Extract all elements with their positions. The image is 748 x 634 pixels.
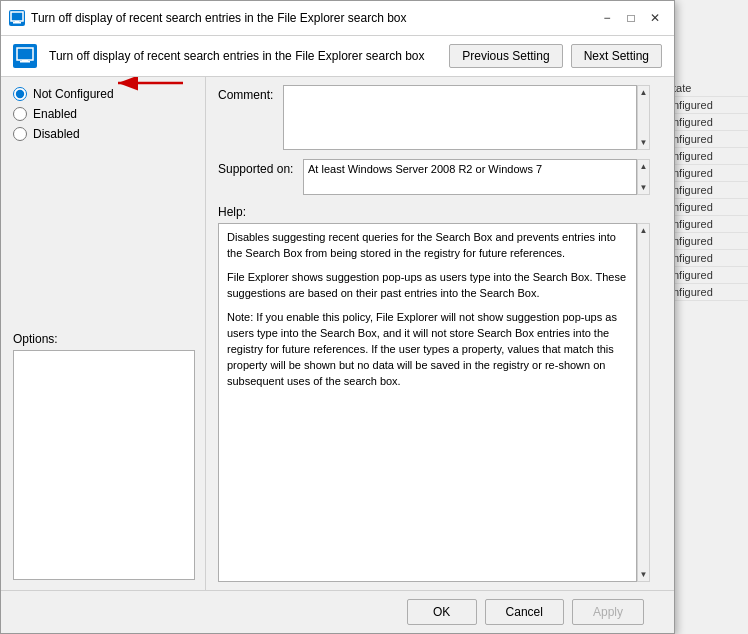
supported-value: At least Windows Server 2008 R2 or Windo… <box>303 159 637 195</box>
help-para-3: Note: If you enable this policy, File Ex… <box>227 310 628 390</box>
bg-item-1: tate <box>669 80 748 97</box>
title-bar-icon <box>9 10 25 26</box>
supported-field-wrap: At least Windows Server 2008 R2 or Windo… <box>303 159 650 195</box>
comment-scroll-down[interactable]: ▼ <box>638 136 649 149</box>
comment-textarea[interactable] <box>283 85 637 150</box>
bg-item-8: nfigured <box>669 199 748 216</box>
bg-item-6: nfigured <box>669 165 748 182</box>
supported-scroll-up[interactable]: ▲ <box>638 160 649 173</box>
bg-item-3: nfigured <box>669 114 748 131</box>
header-icon <box>13 44 37 68</box>
title-bar-controls: − □ ✕ <box>596 7 666 29</box>
svg-rect-3 <box>17 48 33 60</box>
svg-rect-5 <box>22 60 28 61</box>
help-scroll-track <box>639 237 648 568</box>
help-scroll-down[interactable]: ▼ <box>638 568 649 581</box>
bg-item-7: nfigured <box>669 182 748 199</box>
bg-item-13: nfigured <box>669 284 748 301</box>
supported-scrollbar: ▲ ▼ <box>637 159 650 195</box>
help-para-2: File Explorer shows suggestion pop-ups a… <box>227 270 628 302</box>
previous-setting-button[interactable]: Previous Setting <box>449 44 562 68</box>
maximize-button[interactable]: □ <box>620 7 642 29</box>
right-section: Comment: ▲ ▼ Supported on: At least Wind… <box>206 77 674 590</box>
minimize-button[interactable]: − <box>596 7 618 29</box>
help-scroll-up[interactable]: ▲ <box>638 224 649 237</box>
comment-scrollbar: ▲ ▼ <box>637 85 650 150</box>
options-section: Options: <box>13 324 195 580</box>
options-box <box>13 350 195 580</box>
header-buttons: Previous Setting Next Setting <box>449 44 662 68</box>
help-section: Help: Disables suggesting recent queries… <box>218 205 650 582</box>
help-para-1: Disables suggesting recent queries for t… <box>227 230 628 262</box>
comment-scroll-up[interactable]: ▲ <box>638 86 649 99</box>
background-panel: tate nfigured nfigured nfigured nfigured… <box>668 0 748 634</box>
help-label: Help: <box>218 205 650 219</box>
help-content: Disables suggesting recent queries for t… <box>218 223 637 582</box>
arrow-annotation <box>108 77 188 98</box>
bg-item-12: nfigured <box>669 267 748 284</box>
options-label: Options: <box>13 332 195 346</box>
comment-row: Comment: ▲ ▼ <box>218 85 650 153</box>
supported-label: Supported on: <box>218 159 303 176</box>
main-dialog: Turn off display of recent search entrie… <box>0 0 675 634</box>
header-title: Turn off display of recent search entrie… <box>49 49 437 63</box>
apply-button[interactable]: Apply <box>572 599 644 625</box>
title-bar-text: Turn off display of recent search entrie… <box>31 11 596 25</box>
left-section: Not Configured Enabled Disabled <box>1 77 206 590</box>
title-bar: Turn off display of recent search entrie… <box>1 1 674 36</box>
supported-scroll-down[interactable]: ▼ <box>638 181 649 194</box>
bottom-bar: OK Cancel Apply <box>1 590 674 633</box>
comment-label: Comment: <box>218 85 283 102</box>
svg-rect-1 <box>13 22 21 24</box>
cancel-button[interactable]: Cancel <box>485 599 564 625</box>
comment-field-wrap: ▲ ▼ <box>283 85 650 153</box>
bg-item-5: nfigured <box>669 148 748 165</box>
bg-item-10: nfigured <box>669 233 748 250</box>
main-body: Not Configured Enabled Disabled <box>1 77 674 590</box>
ok-button[interactable]: OK <box>407 599 477 625</box>
bg-item-11: nfigured <box>669 250 748 267</box>
bg-item-9: nfigured <box>669 216 748 233</box>
svg-rect-4 <box>20 61 30 63</box>
comment-scroll-track <box>639 99 648 136</box>
close-button[interactable]: ✕ <box>644 7 666 29</box>
bg-item-4: nfigured <box>669 131 748 148</box>
help-scrollbar: ▲ ▼ <box>637 223 650 582</box>
right-inner: Help: Disables suggesting recent queries… <box>218 205 650 582</box>
svg-rect-0 <box>11 12 23 21</box>
bg-item-2: nfigured <box>669 97 748 114</box>
svg-rect-2 <box>15 21 19 22</box>
next-setting-button[interactable]: Next Setting <box>571 44 662 68</box>
supported-row: Supported on: At least Windows Server 20… <box>218 159 650 195</box>
header-strip: Turn off display of recent search entrie… <box>1 36 674 77</box>
